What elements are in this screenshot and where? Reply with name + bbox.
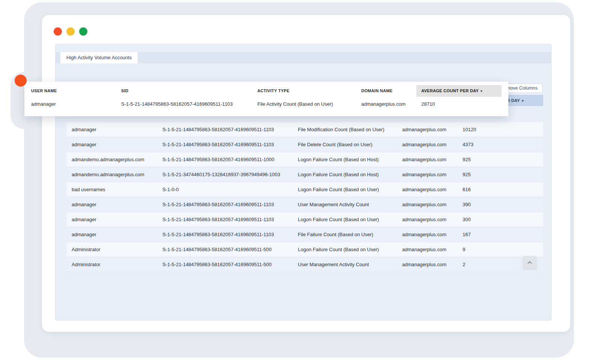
table-cell: S-1-5-21-1484795863-58162057-4169609511-… [157,242,293,257]
overlay-column-header[interactable]: ACTIVITY TYPE [251,85,355,97]
table-cell: S-1-5-21-1484795863-58162057-4169609511-… [157,212,293,227]
table-cell: S-1-5-21-1484795863-58162057-4169609511-… [157,122,293,137]
table-cell: 925 [457,152,543,167]
table-body: admanagerS-1-5-21-1484795863-58162057-41… [66,122,543,272]
pointer-indicator-dot [15,75,27,87]
traffic-lights [54,27,87,36]
table-cell: File Delete Count (Based on User) [293,137,397,152]
overlay-column-header[interactable]: SID [114,85,251,97]
zoom-window-button[interactable] [79,27,87,36]
table-cell: admanagerplus.com [397,167,457,182]
overlay-cell: admanagerplus.com [355,97,416,112]
table-cell: bad usernames [66,182,157,197]
table-cell: admanagerplus.com [397,182,457,197]
table-cell: S-1-5-21-1484795863-58162057-4169609511-… [157,227,293,242]
table-cell: 925 [457,167,543,182]
table-cell: File Modification Count (Based on User) [293,122,397,137]
table-cell: 10120 [457,122,543,137]
table-cell: 616 [457,182,543,197]
table-row[interactable]: AdministratorS-1-5-21-1484795863-5816205… [66,242,543,257]
table-cell: File Failure Count (Based on User) [293,227,397,242]
table-cell: admanager [66,227,157,242]
table-cell: S-1-5-21-1484795863-58162057-4169609511-… [157,257,293,272]
table-cell: admanagerplus.com [397,137,457,152]
table-row[interactable]: bad usernamesS-1-0-0Logon Failure Count … [66,182,543,197]
minimize-window-button[interactable] [66,27,75,36]
table-cell: admanagerplus.com [397,242,457,257]
overlay-header-row: USER NAMESIDACTIVITY TYPEDOMAIN NAMEAVER… [24,85,508,96]
table-cell: User Management Activity Count [293,197,397,212]
table-cell: 300 [457,212,543,227]
table-cell: admanagerplus.com [397,122,457,137]
table-cell: Logon Failure Count (Based on User) [293,182,397,197]
tab-strip: High Activity Volume Accounts [56,52,551,63]
overlay-cell: File Activity Count (Based on User) [251,97,355,112]
table-cell: 4373 [457,137,543,152]
sort-caret-icon: ▾ [522,99,524,103]
table-cell: admandemo.admanagerplus.com [66,152,157,167]
overlay-column-header[interactable]: DOMAIN NAME [355,85,416,97]
table-cell: S-1-5-21-1484795863-58162057-4169609511-… [157,152,293,167]
table-cell: Logon Failure Count (Based on User) [293,242,397,257]
table-cell: User Management Activity Count [293,257,397,272]
overlay-column-header[interactable]: AVERAGE COUNT PER DAY▾ [416,85,502,97]
table-cell: admanagerplus.com [397,197,457,212]
table-cell: admanager [66,137,157,152]
table-cell: S-1-5-21-3474460175-1328416937-396794949… [157,167,293,182]
table-cell: admanager [66,197,157,212]
table-cell: admandemo.admanagerplus.com [66,167,157,182]
overlay-data-row: admanagerS-1-5-21-1484795863-58162057-41… [24,97,508,112]
table-cell: admanagerplus.com [397,152,457,167]
sort-caret-icon: ▾ [481,89,482,93]
overlay-cell: 28710 [416,97,508,112]
overlay-column-header[interactable]: USER NAME [24,85,114,97]
scroll-to-top-button[interactable] [523,256,536,269]
overlay-cell: admanager [24,97,114,112]
table-row[interactable]: admanagerS-1-5-21-1484795863-58162057-41… [66,197,543,212]
table-row[interactable]: admandemo.admanagerplus.comS-1-5-21-3474… [66,167,543,182]
table-cell: admanager [66,122,157,137]
close-window-button[interactable] [54,27,62,36]
table-cell: Administrator [66,257,157,272]
table-row[interactable]: admanagerS-1-5-21-1484795863-58162057-41… [66,227,543,242]
table-cell: Logon Failure Count (Based on User) [293,212,397,227]
chevron-up-icon [526,259,533,266]
table-cell: admanagerplus.com [397,227,457,242]
table-cell: 9 [457,242,543,257]
table-row[interactable]: AdministratorS-1-5-21-1484795863-5816205… [66,257,543,272]
table-cell: Logon Failure Count (Based on Host) [293,152,397,167]
detached-header-card: USER NAMESIDACTIVITY TYPEDOMAIN NAMEAVER… [24,82,508,116]
tab-high-activity-volume-accounts[interactable]: High Activity Volume Accounts [60,52,138,63]
table-row[interactable]: admanagerS-1-5-21-1484795863-58162057-41… [66,122,543,137]
table-row[interactable]: admanagerS-1-5-21-1484795863-58162057-41… [66,212,543,227]
table-cell: Logon Failure Count (Based on Host) [293,167,397,182]
table-cell: admanager [66,212,157,227]
table-cell: S-1-5-21-1484795863-58162057-4169609511-… [157,197,293,212]
table-cell: Administrator [66,242,157,257]
overlay-cell: S-1-5-21-1484795863-58162057-4169609511-… [114,97,251,112]
table-cell: admanagerplus.com [397,212,457,227]
table-row[interactable]: admanagerS-1-5-21-1484795863-58162057-41… [66,137,543,152]
table-cell: admanagerplus.com [397,257,457,272]
app-window: High Activity Volume Accounts Remove Col… [42,15,570,332]
table-cell: S-1-5-21-1484795863-58162057-4169609511-… [157,137,293,152]
table-row[interactable]: admandemo.admanagerplus.comS-1-5-21-1484… [66,152,543,167]
table-cell: 390 [457,197,543,212]
table-cell: 167 [457,227,543,242]
table-cell: S-1-0-0 [157,182,293,197]
